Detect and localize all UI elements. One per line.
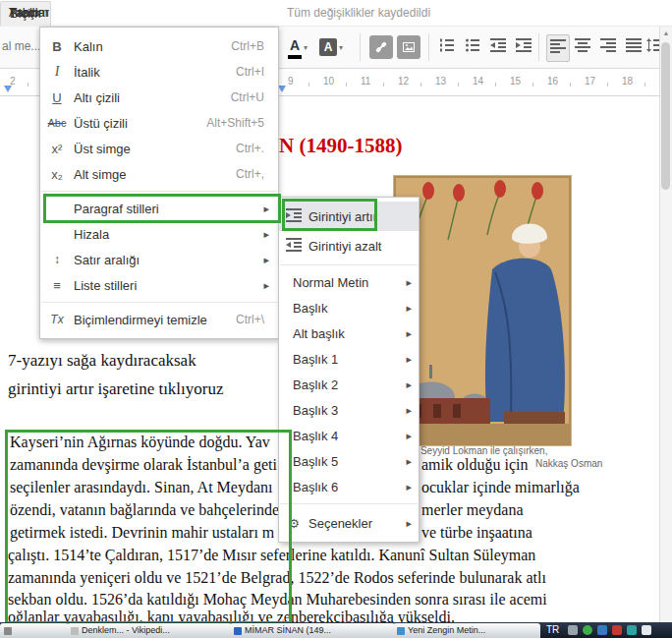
paragraph-fragment: ve türbe inşaatına (421, 524, 532, 542)
menubar: Ekle Biçim Araçlar Tablo Yardım Tüm deği… (0, 0, 672, 26)
taskbar-button-wikipedia[interactable]: Denklem... - Vikipedi... (67, 623, 232, 638)
language-indicator[interactable]: TR (546, 622, 559, 638)
align-right-button[interactable] (597, 34, 619, 60)
taskbar-button-label: Denklem... - Vikipedi... (82, 623, 170, 638)
text-color-icon: A (288, 36, 302, 59)
numbered-list-button[interactable] (436, 34, 458, 60)
margin-marker[interactable] (4, 86, 12, 92)
update-icon[interactable] (583, 625, 592, 635)
submenu-item-heading-4[interactable]: Başlık 4 ▸ (279, 423, 419, 448)
align-justify-button[interactable] (623, 34, 644, 60)
align-center-button[interactable] (572, 34, 593, 60)
submenu-item-label: Seçenekler (308, 516, 406, 531)
underline-icon: U (40, 90, 74, 105)
security-icon[interactable] (612, 625, 622, 635)
menu-item-label: İtalik (74, 65, 236, 80)
taskbar-button-partial[interactable] (0, 623, 69, 638)
taskbar-button-mimar-sinan-doc[interactable]: MİMAR SİNAN (149... (230, 623, 395, 638)
indent-decrease-button[interactable] (487, 34, 509, 60)
paragraph-fragment: ocuklar içinde mimarlığa (421, 479, 580, 496)
indent-increase-button[interactable] (513, 34, 534, 60)
submenu-item-label: Normal Metin (279, 275, 406, 290)
menu-item-line-spacing[interactable]: ↕ Satır aralığı ▸ (40, 247, 278, 272)
submenu-arrow-icon: ▸ (406, 404, 419, 417)
menu-item-bold[interactable]: B Kalın Ctrl+B (40, 33, 278, 59)
align-justify-icon (626, 38, 642, 56)
submenu-item-label: Başlık 1 (279, 352, 406, 367)
menu-yardim[interactable]: Yardım (0, 1, 58, 25)
ruler-number: 9 (288, 76, 294, 87)
ruler-number: 18 (622, 76, 633, 87)
save-status: Tüm değişiklikler kaydedildi (287, 0, 430, 26)
submenu-item-heading-1[interactable]: Başlık 1 ▸ (279, 346, 419, 372)
insert-image-button[interactable] (397, 34, 420, 60)
style-select-fragment[interactable]: al me... (2, 39, 40, 53)
menu-item-underline[interactable]: U Altı çizili Ctrl+U (40, 85, 278, 110)
document-icon (397, 627, 405, 635)
align-center-icon (575, 38, 590, 56)
highlight-color-icon: A (319, 38, 337, 56)
menu-item-align[interactable]: Hizala ▸ (40, 221, 278, 247)
submenu-item-label: Alt başlık (279, 326, 406, 341)
image-caption: Nakkaş Osman (535, 458, 602, 469)
submenu-item-heading-6[interactable]: Başlık 6 ▸ (279, 474, 419, 499)
image-caption: an Seyyid Lokman ile çalışırken, (407, 445, 547, 456)
highlight-color-button[interactable]: A ▾ (316, 34, 346, 60)
submenu-item-heading-3[interactable]: Başlık 3 ▸ (279, 397, 419, 423)
submenu-arrow-icon: ▸ (406, 302, 419, 315)
menu-item-subscript[interactable]: x₂ Alt simge Ctrl+, (40, 161, 278, 187)
submenu-item-options[interactable]: ⚙ Seçenekler ▸ (279, 508, 419, 538)
submenu-item-label: Başlık 6 (279, 480, 406, 494)
scroll-up-icon[interactable]: ▲ (660, 27, 672, 40)
submenu-item-heading-5[interactable]: Başlık 5 ▸ (279, 448, 419, 474)
menu-item-label: Alt simge (74, 167, 236, 182)
toolbar-separator (538, 33, 539, 61)
menu-item-italic[interactable]: I İtalik Ctrl+I (40, 59, 278, 85)
indent-decrease-icon (490, 38, 506, 56)
menu-item-clear-formatting[interactable]: Tx Biçimlendirmeyi temizle Ctrl+\ (40, 307, 278, 332)
bullet-list-button[interactable] (462, 34, 483, 60)
indent-increase-icon (516, 38, 532, 56)
align-left-button[interactable] (546, 34, 570, 62)
tray-misc-icon[interactable] (642, 625, 651, 635)
menu-separator (41, 302, 277, 303)
submenu-item-indent-decrease[interactable]: Girintiyi azalt (279, 231, 419, 261)
image-icon (397, 35, 420, 59)
chat-icon[interactable] (627, 625, 637, 635)
menu-item-superscript[interactable]: x² Üst simge Ctrl+. (40, 136, 278, 161)
submenu-item-title[interactable]: Başlık ▸ (279, 295, 419, 320)
indent-marker[interactable] (278, 86, 286, 92)
text-color-button[interactable]: A ▾ (283, 34, 312, 60)
menu-item-label: Üst simge (74, 142, 236, 156)
menu-item-strikethrough[interactable]: Abc Üstü çizili Alt+Shift+5 (40, 110, 278, 136)
submenu-item-heading-2[interactable]: Başlık 2 ▸ (279, 372, 419, 397)
numbered-list-icon (439, 38, 455, 56)
taskbar-button-rich-text[interactable]: Yeni Zengin Metin... (393, 623, 540, 638)
menu-shortcut: Ctrl+I (236, 65, 278, 79)
miniature-image[interactable] (393, 175, 572, 446)
network-icon[interactable] (597, 625, 607, 635)
submenu-arrow-icon: ▸ (263, 254, 278, 266)
submenu-item-label: Başlık 2 (279, 377, 406, 392)
scrollbar-thumb[interactable] (661, 42, 670, 190)
submenu-item-normal-text[interactable]: Normal Metin ▸ (279, 269, 419, 295)
taskbar: Denklem... - Vikipedi... MİMAR SİNAN (14… (0, 622, 672, 638)
submenu-item-label: Başlık 4 (279, 429, 406, 443)
menu-item-list-styles[interactable]: ≡ Liste stilleri ▸ (40, 272, 278, 298)
volume-icon[interactable] (568, 625, 578, 635)
bold-icon: B (40, 39, 74, 54)
vertical-scrollbar[interactable]: ▲ (659, 27, 672, 622)
chevron-down-icon: ▾ (339, 43, 343, 52)
ruler-number: 12 (398, 76, 409, 87)
annotation-box-paragraph-styles (43, 194, 281, 223)
note-line: 7-yazıyı sağa kaydıracaksak (8, 351, 196, 371)
paragraph-styles-submenu: Girintiyi artır Girintiyi azalt Normal M… (278, 197, 420, 543)
submenu-arrow-icon: ▸ (263, 228, 278, 241)
submenu-item-subtitle[interactable]: Alt başlık ▸ (279, 320, 419, 346)
ruler-number: 16 (547, 76, 558, 87)
insert-link-button[interactable] (369, 34, 393, 60)
app-icon (4, 627, 12, 635)
google-docs-window: Ekle Biçim Araçlar Tablo Yardım Tüm deği… (0, 0, 672, 638)
submenu-arrow-icon: ▸ (406, 353, 419, 366)
menu-item-label: Hizala (74, 227, 263, 242)
